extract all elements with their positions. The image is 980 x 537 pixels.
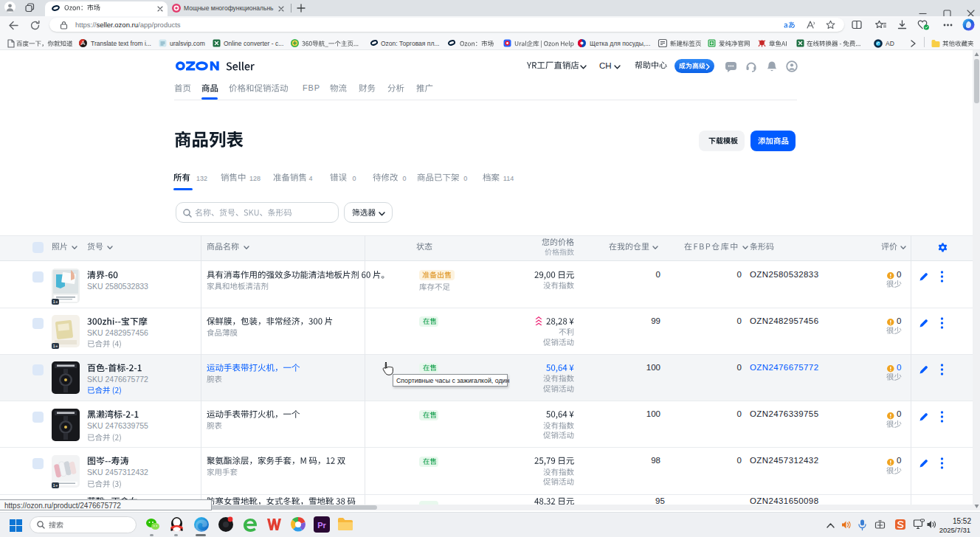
svg-text:Pr: Pr [317,521,326,530]
